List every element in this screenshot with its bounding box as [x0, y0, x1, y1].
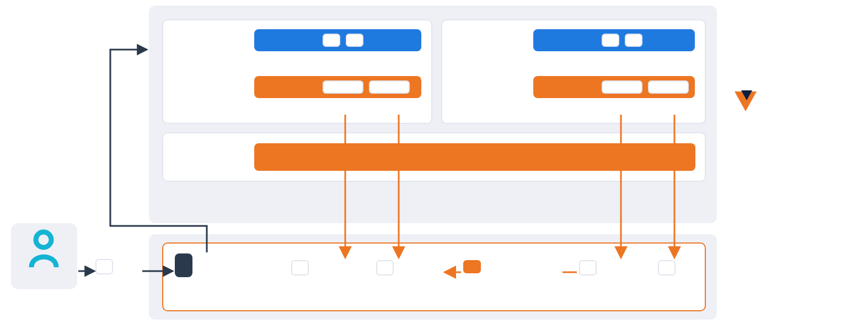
host-namespace-card: [162, 242, 706, 311]
ns2-job-chip: [625, 34, 642, 47]
user-icon: [29, 229, 59, 267]
vcluster-mark-icon: [733, 88, 758, 112]
kubectl-chip: [95, 259, 113, 274]
ns2-pod1-chip: [602, 80, 642, 94]
host-svca-ns2-chip: [658, 260, 676, 276]
ns1-pod1-chip: [323, 80, 363, 94]
ns2-high-level-label: [541, 35, 596, 46]
host-pod1-ns2-chip: [579, 260, 597, 276]
ns2-low-level-label: [541, 82, 596, 93]
ns1-crd-chip: [346, 34, 363, 47]
host-pod1-ns1-chip: [291, 260, 309, 276]
syncer-bar: [254, 143, 695, 171]
regular-networking-box: [463, 260, 481, 273]
ns2-statefulset-chip: [602, 34, 619, 47]
vcluster-control-plane-box: [175, 253, 192, 277]
ns2-low-level-bar: [533, 76, 695, 98]
svg-point-0: [36, 232, 51, 247]
ns1-svca-chip: [369, 80, 410, 94]
ns2-high-level-bar: [533, 29, 695, 51]
vcluster-logo: [733, 88, 762, 112]
ns1-low-level-bar: [254, 76, 421, 98]
ns2-svca-chip: [648, 80, 689, 94]
host-svca-ns1-chip: [376, 260, 394, 276]
ns1-low-level-label: [262, 82, 317, 93]
ns1-high-level-label: [262, 35, 317, 46]
ns1-deployment-chip: [323, 34, 340, 47]
ns1-high-level-bar: [254, 29, 421, 51]
